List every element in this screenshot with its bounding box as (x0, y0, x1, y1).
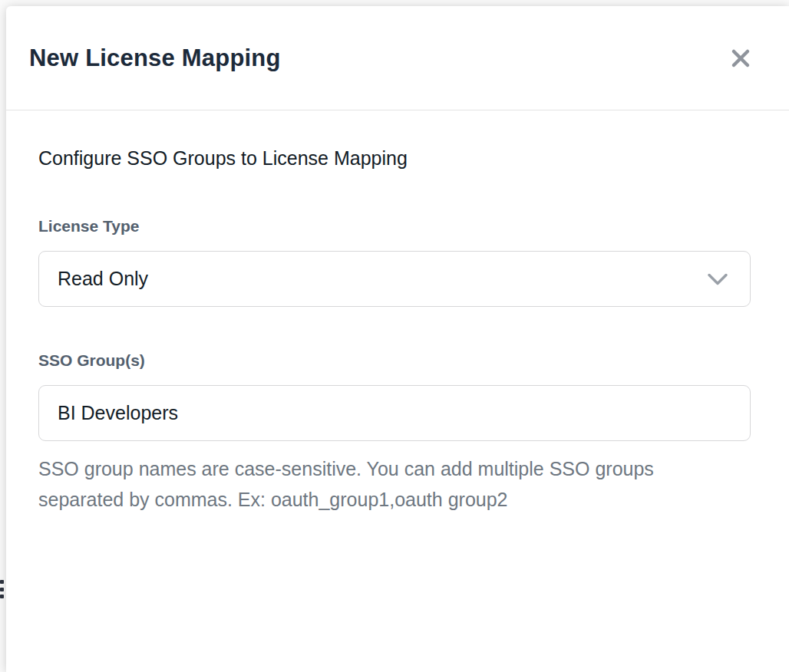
sso-groups-field-group: SSO Group(s) SSO group names are case-se… (38, 351, 751, 515)
close-button[interactable] (728, 45, 754, 71)
modal-header: New License Mapping (6, 6, 789, 110)
license-type-label: License Type (38, 217, 751, 236)
background-page-fragment (0, 580, 4, 598)
license-type-selected-value: Read Only (58, 268, 148, 290)
sso-groups-input[interactable] (38, 385, 751, 441)
sso-groups-help-text: SSO group names are case-sensitive. You … (38, 453, 683, 515)
viewport: New License Mapping Configure SSO Groups… (0, 0, 789, 672)
modal-title: New License Mapping (29, 44, 281, 72)
license-type-field-group: License Type Read Only (38, 217, 751, 307)
close-icon (729, 47, 752, 70)
new-license-mapping-modal: New License Mapping Configure SSO Groups… (6, 6, 789, 672)
modal-body: Configure SSO Groups to License Mapping … (6, 110, 789, 515)
modal-subtitle: Configure SSO Groups to License Mapping (38, 147, 751, 170)
license-type-select[interactable]: Read Only (38, 251, 751, 307)
sso-groups-label: SSO Group(s) (38, 351, 751, 370)
chevron-down-icon (707, 272, 728, 285)
